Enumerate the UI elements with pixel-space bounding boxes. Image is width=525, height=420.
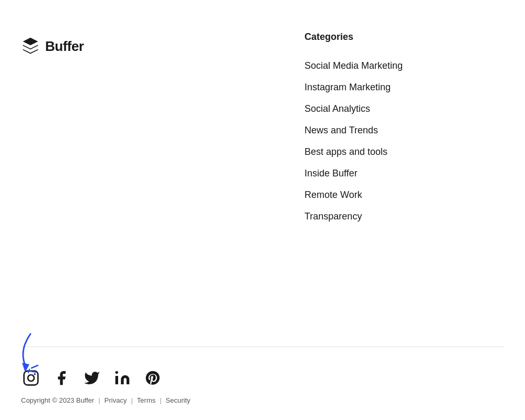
- copyright-row: Copyright © 2023 Buffer | Privacy | Term…: [21, 396, 504, 404]
- svg-point-8: [28, 375, 34, 381]
- list-item: Best apps and tools: [304, 141, 504, 163]
- list-item: Social Analytics: [304, 98, 504, 120]
- category-link-inside-buffer[interactable]: Inside Buffer: [304, 168, 358, 178]
- terms-link[interactable]: Terms: [137, 396, 155, 404]
- copyright-text: Copyright © 2023 Buffer: [21, 396, 94, 404]
- list-item: News and Trends: [304, 120, 504, 141]
- buffer-logo-icon: [21, 37, 40, 56]
- separator-2: |: [131, 396, 132, 404]
- privacy-link[interactable]: Privacy: [104, 396, 127, 404]
- security-link[interactable]: Security: [166, 396, 191, 404]
- category-link-transparency[interactable]: Transparency: [304, 211, 362, 222]
- svg-point-9: [34, 373, 36, 375]
- instagram-icon[interactable]: [21, 368, 41, 388]
- svg-marker-1: [23, 45, 38, 49]
- footer-divider: [21, 346, 504, 347]
- categories-section: Categories Social Media Marketing Instag…: [304, 32, 504, 336]
- pinterest-icon[interactable]: [143, 368, 163, 388]
- separator-1: |: [98, 396, 100, 404]
- category-link-remote-work[interactable]: Remote Work: [304, 190, 362, 200]
- list-item: Inside Buffer: [304, 163, 504, 184]
- buffer-logo[interactable]: Buffer: [21, 37, 84, 56]
- footer: Copyright © 2023 Buffer | Privacy | Term…: [21, 336, 504, 404]
- categories-list: Social Media Marketing Instagram Marketi…: [304, 55, 504, 227]
- categories-heading: Categories: [304, 32, 504, 43]
- category-link-best-apps[interactable]: Best apps and tools: [304, 146, 387, 157]
- linkedin-icon[interactable]: [112, 368, 132, 388]
- svg-rect-10: [116, 376, 118, 384]
- facebook-icon[interactable]: [51, 368, 71, 388]
- category-link-social-media-marketing[interactable]: Social Media Marketing: [304, 60, 403, 71]
- category-link-news-and-trends[interactable]: News and Trends: [304, 125, 378, 135]
- list-item: Transparency: [304, 206, 504, 227]
- svg-rect-7: [24, 371, 38, 385]
- separator-3: |: [160, 396, 161, 404]
- category-link-social-analytics[interactable]: Social Analytics: [304, 103, 370, 114]
- svg-marker-0: [23, 38, 38, 45]
- social-icons-row: [21, 368, 504, 388]
- logo-text: Buffer: [45, 38, 84, 55]
- category-link-instagram-marketing[interactable]: Instagram Marketing: [304, 82, 391, 92]
- list-item: Social Media Marketing: [304, 55, 504, 77]
- svg-point-11: [116, 371, 118, 374]
- twitter-icon[interactable]: [82, 368, 102, 388]
- list-item: Instagram Marketing: [304, 77, 504, 98]
- list-item: Remote Work: [304, 184, 504, 206]
- svg-marker-2: [23, 49, 38, 54]
